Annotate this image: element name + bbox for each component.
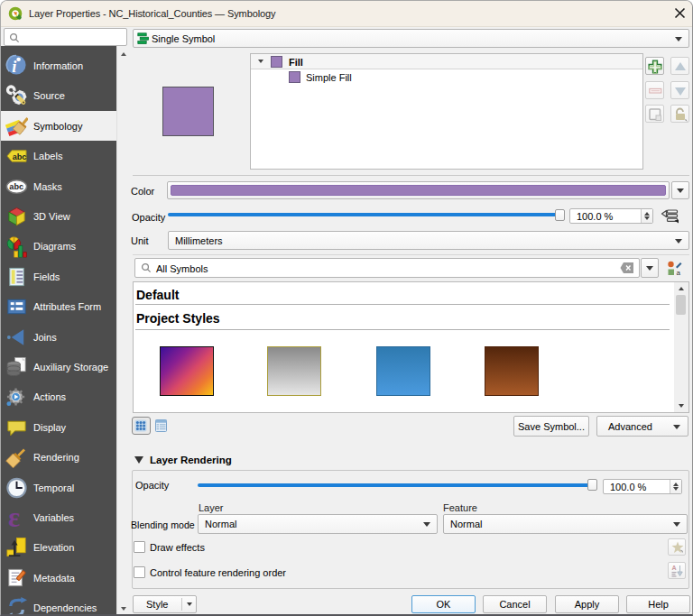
svg-text:a: a <box>677 269 681 277</box>
svg-text:ε: ε <box>8 507 20 529</box>
svg-text:i: i <box>12 58 16 76</box>
svg-text:A: A <box>671 565 676 571</box>
svg-text:abc: abc <box>9 182 23 191</box>
svg-text:abc: abc <box>13 152 27 161</box>
